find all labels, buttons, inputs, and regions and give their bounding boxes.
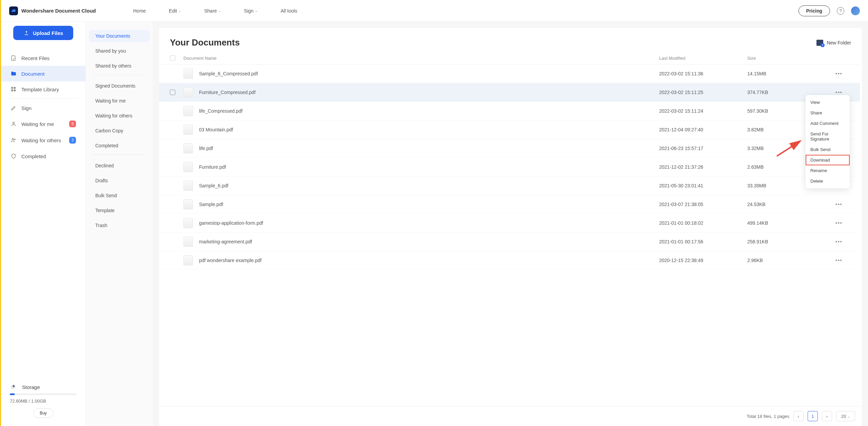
ctx-download[interactable]: Download: [806, 155, 850, 165]
table-row[interactable]: life_Compressed.pdf2022-03-02 15:11:2459…: [159, 102, 860, 121]
table-row[interactable]: gamestop-application-form.pdf2021-01-01 …: [159, 214, 860, 233]
pricing-button[interactable]: Pricing: [798, 5, 830, 16]
table-header: Document Name Last Modified Size: [159, 52, 860, 64]
sidebar-item-waiting-others[interactable]: Waiting for others 3: [1, 132, 85, 148]
file-thumbnail: [183, 181, 193, 191]
table-row[interactable]: Sample.pdf2021-03-07 21:38:0524.53KB•••: [159, 195, 860, 214]
sub-waiting-me[interactable]: Waiting for me: [89, 95, 150, 107]
sub-completed[interactable]: Completed: [89, 140, 150, 152]
storage-section: Storage 72.60MB / 1.00GB Buy: [1, 378, 85, 426]
more-icon[interactable]: •••: [835, 90, 843, 95]
ctx-share[interactable]: Share: [806, 108, 850, 118]
more-icon[interactable]: •••: [835, 71, 843, 76]
ctx-delete[interactable]: Delete: [806, 176, 850, 186]
brand-text: Wondershare Document Cloud: [21, 8, 96, 14]
page-size-select[interactable]: 20⌄: [836, 411, 855, 421]
select-all-checkbox[interactable]: [170, 55, 175, 61]
file-thumbnail: [183, 199, 193, 209]
file-size: 2.96KB: [747, 258, 835, 263]
file-name: Sample_6_Compressed.pdf: [199, 71, 258, 76]
svg-rect-3: [14, 87, 16, 89]
col-size[interactable]: Size: [747, 56, 835, 61]
documents-panel: Your Documents New Folder Document Name …: [159, 28, 862, 426]
file-name: marketing-agreement.pdf: [199, 239, 252, 244]
nav-share[interactable]: Share⌄: [204, 8, 221, 14]
file-thumbnail: [183, 87, 193, 97]
template-icon: [11, 86, 17, 92]
chevron-down-icon: ⌄: [218, 9, 221, 13]
new-folder-button[interactable]: New Folder: [816, 40, 851, 46]
sub-bulk[interactable]: Bulk Send: [89, 189, 150, 202]
row-checkbox[interactable]: [170, 90, 175, 95]
col-name[interactable]: Document Name: [183, 56, 659, 61]
table-row[interactable]: marketing-agreement.pdf2021-01-01 00:17:…: [159, 233, 860, 251]
sidebar-item-waiting-me[interactable]: Waiting for me 5: [1, 116, 85, 132]
nav-edit[interactable]: Edit⌄: [169, 8, 181, 14]
sidebar-sub: Your Documents Shared by you Shared by o…: [86, 22, 153, 426]
sub-drafts[interactable]: Drafts: [89, 174, 150, 187]
sub-signed[interactable]: Signed Documents: [89, 80, 150, 92]
file-name: gamestop-application-form.pdf: [199, 220, 263, 226]
avatar[interactable]: [851, 6, 860, 15]
more-icon[interactable]: •••: [835, 258, 843, 263]
table-row[interactable]: pdf wondershare example.pdf2020-12-15 22…: [159, 251, 860, 270]
svg-point-1: [14, 58, 16, 60]
shield-icon: [11, 153, 17, 159]
table-row[interactable]: Furniture_Compressed.pdf2022-03-02 15:11…: [159, 83, 860, 102]
sub-carbon[interactable]: Carbon Copy: [89, 125, 150, 137]
upload-button[interactable]: Upload Files: [13, 26, 73, 40]
nav-sign[interactable]: Sign⌄: [244, 8, 258, 14]
buy-button[interactable]: Buy: [33, 408, 54, 418]
table-row[interactable]: Sample_6.pdf2021-05-30 23:01:4133.39MB••…: [159, 177, 860, 195]
ctx-bulk[interactable]: Bulk Send: [806, 144, 850, 155]
col-modified[interactable]: Last Modified: [659, 56, 747, 61]
nav-home[interactable]: Home: [133, 8, 146, 14]
more-icon[interactable]: •••: [835, 239, 843, 244]
file-thumbnail: [183, 125, 193, 135]
file-name: 03 Mountain.pdf: [199, 127, 233, 132]
svg-rect-5: [14, 90, 16, 91]
folder-icon: [11, 71, 17, 77]
more-icon[interactable]: •••: [835, 202, 843, 207]
pagination-total: Total 18 files, 1 pages: [747, 414, 789, 419]
sub-your-documents[interactable]: Your Documents: [89, 30, 150, 42]
file-thumbnail: [183, 143, 193, 153]
sidebar-item-completed[interactable]: Completed: [1, 148, 85, 164]
pie-icon: [10, 384, 16, 390]
sub-declined[interactable]: Declined: [89, 160, 150, 172]
pagination-footer: Total 18 files, 1 pages ‹ 1 › 20⌄: [159, 406, 862, 426]
table-row[interactable]: life.pdf2021-06-23 15:57:173.32MB•••: [159, 139, 860, 158]
table-row[interactable]: 03 Mountain.pdf2021-12-04 09:27:403.82MB…: [159, 121, 860, 139]
topnav: Home Edit⌄ Share⌄ Sign⌄ All tools: [133, 8, 297, 14]
nav-all-tools[interactable]: All tools: [281, 8, 297, 14]
sub-waiting-others[interactable]: Waiting for others: [89, 110, 150, 122]
chevron-down-icon: ⌄: [255, 9, 258, 13]
more-icon[interactable]: •••: [835, 220, 843, 226]
file-name: Furniture.pdf: [199, 164, 226, 170]
help-icon[interactable]: ?: [837, 7, 844, 15]
chevron-down-icon: ⌄: [178, 9, 181, 13]
file-thumbnail: [183, 237, 193, 247]
sidebar-item-recent[interactable]: Recent Files: [1, 50, 85, 66]
file-date: 2021-12-04 09:27:40: [659, 127, 747, 132]
people-icon: [11, 137, 17, 143]
sub-shared-by-you[interactable]: Shared by you: [89, 45, 150, 57]
storage-bar: [10, 393, 77, 395]
sidebar-item-template[interactable]: Template Library: [1, 81, 85, 97]
page-current[interactable]: 1: [808, 411, 818, 421]
sub-template[interactable]: Template: [89, 204, 150, 217]
ctx-rename[interactable]: Rename: [806, 165, 850, 176]
table-row[interactable]: Furniture.pdf2021-12-02 21:37:262.63MB••…: [159, 158, 860, 177]
table-rows: Sample_6_Compressed.pdf2022-03-02 15:11:…: [159, 64, 860, 406]
new-folder-icon: [816, 40, 823, 46]
sidebar-item-sign[interactable]: Sign: [1, 100, 85, 116]
sub-shared-by-others[interactable]: Shared by others: [89, 60, 150, 72]
table-row[interactable]: Sample_6_Compressed.pdf2022-03-02 15:11:…: [159, 64, 860, 83]
page-prev[interactable]: ‹: [793, 411, 804, 421]
page-next[interactable]: ›: [822, 411, 832, 421]
ctx-sign[interactable]: Send For Signature: [806, 129, 850, 144]
sub-trash[interactable]: Trash: [89, 219, 150, 231]
ctx-view[interactable]: View: [806, 97, 850, 108]
sidebar-item-document[interactable]: Document: [1, 66, 85, 81]
ctx-comment[interactable]: Add Comment: [806, 118, 850, 129]
